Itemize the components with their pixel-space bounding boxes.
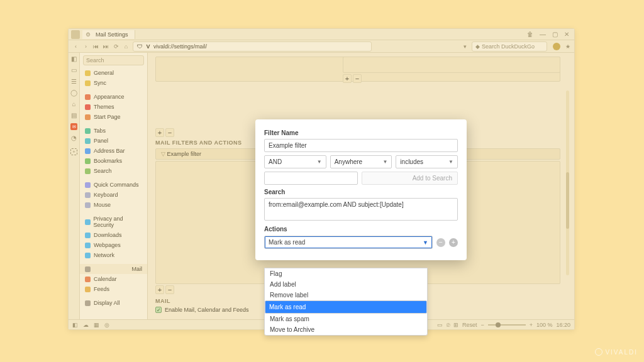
filter-editor-dialog: Filter Name AND▼ Anywhere▼ includes▼ Add… <box>255 119 467 260</box>
rail-calendar-icon[interactable]: ◔ <box>70 134 77 141</box>
sidebar-item-keyboard[interactable]: Keyboard <box>80 190 147 200</box>
rail-downloads-icon[interactable]: ☰ <box>70 78 77 85</box>
tab-mail-settings[interactable]: ⚙ Mail Settings <box>82 30 135 39</box>
sidebar-item-quick-commands[interactable]: Quick Commands <box>80 180 147 190</box>
tab-title: Mail Settings <box>96 31 128 38</box>
sidebar-item-themes[interactable]: Themes <box>80 102 147 112</box>
scrollbar[interactable] <box>566 90 569 275</box>
zoom-reset[interactable]: Reset <box>462 322 477 328</box>
category-icon <box>85 148 91 154</box>
add-button[interactable]: + <box>155 128 164 137</box>
rail-mail-icon[interactable]: ✉ <box>70 123 77 130</box>
category-icon <box>85 182 91 188</box>
sidebar-item-network[interactable]: Network <box>80 250 147 260</box>
remove-button[interactable]: − <box>165 128 174 137</box>
add-filter-button[interactable]: + <box>155 285 164 294</box>
category-icon <box>85 104 91 110</box>
action-option-flag[interactable]: Flag <box>265 268 427 279</box>
rail-history-icon[interactable]: ◯ <box>70 89 77 96</box>
category-icon <box>85 114 91 120</box>
sidebar-item-start-page[interactable]: Start Page <box>80 112 147 122</box>
close-button[interactable]: ✕ <box>564 31 569 38</box>
sidebar-item-display-all[interactable]: Display All <box>80 298 147 308</box>
status-tile-icon[interactable]: ▦ <box>94 322 99 328</box>
category-icon <box>85 70 91 76</box>
profile-avatar[interactable] <box>553 43 560 50</box>
sidebar-item-appearance[interactable]: Appearance <box>80 92 147 102</box>
vivaldi-logo-icon <box>71 30 80 39</box>
sidebar-item-webpages[interactable]: Webpages <box>80 240 147 250</box>
gear-icon: ⚙ <box>86 31 92 38</box>
maximize-button[interactable]: ▢ <box>552 31 558 38</box>
status-tiling-icon[interactable]: ⊞ <box>453 322 458 328</box>
bookmark-star-icon[interactable]: ★ <box>565 43 570 50</box>
filter-name-input[interactable] <box>264 139 458 152</box>
zoom-value: 100 % <box>536 322 553 328</box>
remove-filter-button[interactable]: − <box>165 285 174 294</box>
status-panel-icon[interactable]: ◧ <box>72 322 78 328</box>
criteria-value-input[interactable] <box>264 172 358 185</box>
address-field[interactable]: 🛡 V vivaldi://settings/mail/ <box>133 41 372 52</box>
category-icon <box>85 266 91 272</box>
sidebar-item-sync[interactable]: Sync <box>80 78 147 88</box>
sidebar-item-calendar[interactable]: Calendar <box>80 274 147 284</box>
remove-action-button[interactable]: − <box>436 238 445 247</box>
status-images-icon[interactable]: ▭ <box>437 322 443 328</box>
category-icon <box>85 300 91 306</box>
search-query-textarea[interactable]: from:email@example.com AND subject:[Upda… <box>264 198 458 221</box>
search-engine-icon: ◆ <box>475 43 480 50</box>
sidebar-item-feeds[interactable]: Feeds <box>80 284 147 294</box>
sidebar-item-bookmarks[interactable]: Bookmarks <box>80 156 147 166</box>
back-button[interactable]: ‹ <box>72 43 79 50</box>
sidebar-item-privacy-and-security[interactable]: Privacy and Security <box>80 214 147 230</box>
scroll-thumb[interactable] <box>566 172 569 229</box>
status-sync-icon[interactable]: ☁ <box>83 322 89 328</box>
sidebar-item-downloads[interactable]: Downloads <box>80 230 147 240</box>
action-option-add-label[interactable]: Add label <box>265 279 427 290</box>
sidebar-item-search[interactable]: Search <box>80 166 147 176</box>
actions-label: Actions <box>264 226 458 233</box>
rail-notes-icon[interactable]: ⌂ <box>70 101 77 107</box>
vivaldi-ring-icon <box>595 348 602 356</box>
logic-select[interactable]: AND▼ <box>264 155 326 168</box>
category-icon <box>85 128 91 134</box>
minimize-button[interactable]: — <box>540 31 546 38</box>
bookmark-page-icon[interactable]: ▾ <box>462 43 469 50</box>
sidebar-item-mail[interactable]: Mail <box>80 264 147 274</box>
rail-reading-icon[interactable]: ▭ <box>70 67 77 74</box>
action-option-remove-label[interactable]: Remove label <box>265 290 427 300</box>
forward-button[interactable]: › <box>82 43 89 50</box>
ffwd-button[interactable]: ⏭ <box>103 43 109 50</box>
add-action-button[interactable]: + <box>449 238 458 247</box>
panel-rail: ◧ ▭ ☰ ◯ ⌂ ▤ ✉ ◔ + <box>69 53 80 319</box>
reload-button[interactable]: ⟳ <box>113 43 119 50</box>
action-option-mark-as-spam[interactable]: Mark as spam <box>265 314 427 324</box>
trash-icon[interactable]: 🗑 <box>527 31 533 38</box>
sidebar-item-mouse[interactable]: Mouse <box>80 200 147 210</box>
category-icon <box>85 287 91 292</box>
status-capture-icon[interactable]: ◎ <box>104 322 109 328</box>
action-option-move-to-archive[interactable]: Move to Archive <box>265 324 427 335</box>
status-page-icon[interactable]: ⎚ <box>447 322 450 328</box>
sidebar-item-address-bar[interactable]: Address Bar <box>80 146 147 156</box>
sidebar-item-general[interactable]: General <box>80 68 147 78</box>
tab-bar: ⚙ Mail Settings 🗑 — ▢ ✕ <box>69 29 574 40</box>
action-select[interactable]: Mark as read▼ <box>264 236 433 249</box>
search-field[interactable]: ◆ Search DuckDuckGo <box>472 41 547 52</box>
home-button[interactable]: ⌂ <box>123 43 130 50</box>
sidebar-item-panel[interactable]: Panel <box>80 136 147 146</box>
action-option-mark-as-read[interactable]: Mark as read <box>265 300 427 314</box>
scope-select[interactable]: Anywhere▼ <box>330 155 392 168</box>
match-select[interactable]: includes▼ <box>396 155 458 168</box>
rail-window-icon[interactable]: ▤ <box>70 112 77 119</box>
add-to-search-button[interactable]: Add to Search <box>362 172 458 185</box>
sidebar-item-tabs[interactable]: Tabs <box>80 126 147 136</box>
add-button[interactable]: + <box>343 74 352 83</box>
rail-bookmarks-icon[interactable]: ◧ <box>70 55 77 62</box>
rail-add-panel-button[interactable]: + <box>70 148 77 155</box>
category-icon <box>85 80 91 86</box>
zoom-slider[interactable] <box>488 324 526 326</box>
rewind-button[interactable]: ⏮ <box>92 43 99 50</box>
remove-button[interactable]: − <box>353 74 362 83</box>
settings-search-input[interactable]: Search <box>83 55 144 65</box>
